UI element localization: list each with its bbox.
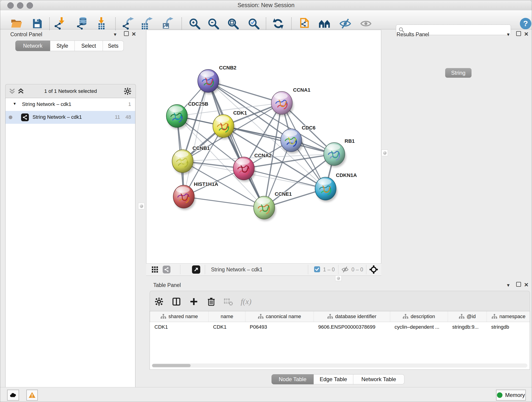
float-panel-icon[interactable] — [124, 31, 129, 36]
table-settings-button[interactable] — [153, 296, 165, 307]
open-in-window-button[interactable] — [192, 265, 200, 274]
network-graph[interactable]: CCNB2CCNA1CDC25BCDK1CDC6RB1CCNB1CCNA2CDK… — [146, 30, 381, 263]
first-neighbors-button[interactable] — [298, 17, 311, 30]
table-cell[interactable]: cyclin–dependent ... — [390, 322, 448, 332]
network-collection-row[interactable]: ▼ String Network – cdk1 1 — [6, 98, 135, 111]
network-node-cdc25b[interactable] — [166, 104, 189, 129]
birds-eye-button[interactable] — [369, 265, 378, 275]
zoom-fit-button[interactable] — [226, 17, 240, 30]
float-panel-icon[interactable] — [516, 31, 521, 36]
collection-count: 1 — [128, 101, 131, 107]
node-label-ccnb2: CCNB2 — [219, 65, 236, 70]
column-type-icon — [161, 314, 166, 319]
import-network-database-button[interactable] — [76, 17, 89, 30]
collapse-panel-icon[interactable]: ▼ — [506, 283, 510, 287]
tab-node-table[interactable]: Node Table — [272, 374, 314, 384]
import-table-button[interactable] — [95, 17, 108, 30]
network-node-hist1h1a[interactable] — [173, 185, 196, 210]
collapse-panel-icon[interactable]: ▼ — [113, 32, 117, 37]
zoom-out-button[interactable] — [207, 17, 220, 30]
column-label: shared name — [168, 313, 198, 319]
network-node-ccnb2[interactable] — [198, 70, 220, 94]
strip-separator — [338, 265, 338, 274]
network-node-cdkn1a[interactable] — [315, 177, 337, 202]
network-node-ccna1[interactable] — [271, 91, 293, 116]
horizontal-splitter-handle[interactable] — [335, 275, 342, 281]
tab-style[interactable]: Style — [50, 41, 75, 51]
column-header-description[interactable]: description — [390, 311, 448, 322]
collapse-panel-icon[interactable]: ▼ — [506, 32, 510, 37]
float-panel-icon[interactable] — [516, 282, 521, 287]
zoom-fit-icon — [227, 17, 239, 30]
hidden-eye-icon[interactable] — [341, 266, 349, 274]
tab-string[interactable]: String — [445, 68, 472, 78]
selected-checkbox[interactable] — [314, 266, 320, 272]
node-label-ccna2: CCNA2 — [254, 153, 272, 158]
nested-networks-button[interactable] — [318, 17, 331, 30]
right-splitter-handle[interactable] — [381, 150, 388, 156]
delete-column-button[interactable] — [205, 296, 217, 307]
table-cell[interactable]: P06493 — [245, 322, 314, 332]
memory-button[interactable]: Memory — [496, 390, 526, 401]
tab-network[interactable]: Network — [15, 41, 50, 51]
network-node-rb1[interactable] — [324, 143, 346, 167]
export-table-button[interactable] — [140, 17, 154, 30]
import-network-file-button[interactable] — [54, 17, 67, 30]
close-panel-icon[interactable]: ✕ — [132, 32, 136, 37]
help-button[interactable]: ? — [519, 17, 532, 30]
column-type-icon — [492, 314, 497, 319]
show-all-button[interactable] — [359, 17, 373, 30]
node-label-hist1h1a: HIST1H1A — [194, 181, 218, 187]
node-label-ccnb1: CCNB1 — [192, 145, 210, 151]
network-status-dot — [9, 115, 12, 119]
apply-layout-button[interactable] — [272, 17, 285, 30]
network-view[interactable]: CCNB2CCNA1CDC25BCDK1CDC6RB1CCNB1CCNA2CDK… — [146, 30, 381, 264]
tree-expand-icon[interactable]: ▼ — [13, 102, 17, 106]
strip-separator — [308, 265, 308, 274]
table-hscrollbar[interactable] — [152, 364, 527, 368]
network-node-cdk1[interactable] — [213, 115, 235, 139]
left-splitter-handle[interactable] — [138, 203, 145, 209]
tab-select[interactable]: Select — [75, 41, 103, 51]
save-session-button[interactable] — [31, 17, 44, 30]
network-edge[interactable] — [223, 126, 334, 154]
column-header--id[interactable]: @id — [448, 311, 487, 322]
network-node-cdc6[interactable] — [281, 129, 303, 153]
column-header-shared-name[interactable]: shared name — [150, 311, 209, 322]
column-header-namespace[interactable]: namespace — [487, 311, 530, 322]
tab-sets[interactable]: Sets — [103, 41, 124, 51]
close-panel-icon[interactable]: ✕ — [524, 282, 529, 288]
cloud-status-button[interactable] — [7, 390, 19, 401]
tab-network-table[interactable]: Network Table — [353, 374, 404, 384]
column-header-canonical-name[interactable]: canonical name — [245, 311, 314, 322]
network-node-ccne1[interactable] — [254, 196, 276, 221]
column-header-name[interactable]: name — [209, 311, 245, 322]
eye-slash-icon — [339, 17, 351, 30]
tab-edge-table[interactable]: Edge Table — [314, 374, 353, 384]
add-column-button[interactable] — [188, 296, 200, 307]
network-edge[interactable] — [184, 81, 208, 197]
export-image-button[interactable] — [161, 17, 174, 30]
network-edge[interactable] — [184, 197, 264, 208]
table-cell[interactable]: CDK1 — [209, 322, 245, 332]
zoom-in-button[interactable] — [188, 17, 201, 30]
network-node-ccna2[interactable] — [233, 157, 255, 182]
export-network-button[interactable] — [122, 17, 135, 30]
app-window: Session: New Session — [0, 0, 532, 402]
network-type-badge[interactable] — [163, 266, 171, 274]
table-cell[interactable]: CDK1 — [150, 322, 209, 332]
column-header-database-identifier[interactable]: database identifier — [314, 311, 390, 322]
hide-selected-button[interactable] — [339, 17, 352, 30]
table-cell[interactable]: stringdb — [487, 322, 530, 332]
close-panel-icon[interactable]: ✕ — [524, 32, 529, 37]
zoom-selected-button[interactable] — [247, 17, 260, 30]
table-cell[interactable]: 9606.ENSP00000378699 — [314, 322, 390, 332]
network-edge[interactable] — [208, 81, 264, 208]
network-row-selected[interactable]: String Network – cdk1 11 48 — [6, 111, 135, 124]
table-cell[interactable]: stringdb:9... — [448, 322, 487, 332]
grid-mode-button[interactable] — [151, 266, 158, 274]
show-columns-button[interactable] — [171, 296, 182, 307]
warnings-button[interactable] — [26, 390, 38, 401]
open-session-button[interactable] — [10, 17, 23, 30]
gear-icon[interactable] — [124, 87, 132, 95]
